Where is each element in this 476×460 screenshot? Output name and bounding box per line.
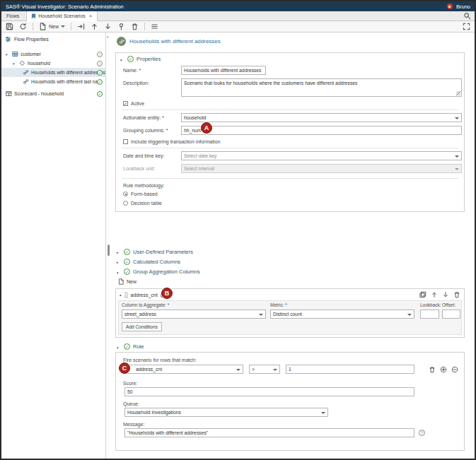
expand-arrow-icon[interactable]: ▾ — [13, 61, 17, 66]
collapse-arrow-icon[interactable]: ▴ — [117, 270, 121, 274]
condition-value-input[interactable]: 1 — [286, 365, 414, 374]
delete-icon[interactable] — [429, 366, 436, 373]
lookback-input[interactable] — [420, 309, 439, 319]
user-name[interactable]: Bruno — [456, 4, 470, 10]
scrollbar-thumb[interactable] — [108, 244, 110, 256]
collapse-arrow-icon[interactable]: ▴ — [120, 293, 122, 297]
section-rule[interactable]: ▴ ✓ Rule — [117, 343, 144, 350]
info-icon[interactable]: i — [97, 61, 103, 66]
indent-icon[interactable] — [77, 23, 85, 30]
queue-select[interactable]: Household Investigations — [124, 408, 328, 417]
check-circle-icon: ✓ — [124, 259, 130, 265]
expand-arrow-icon[interactable]: ▸ — [117, 250, 121, 254]
metric-select[interactable]: Distinct count — [270, 309, 414, 319]
tree-item-customer[interactable]: ▾ customer i — [1, 49, 105, 59]
scenario-editor: Households with different addresses ▴ ✓ … — [111, 33, 475, 459]
add-conditions-button[interactable]: Add Conditions — [122, 322, 162, 331]
table-icon — [12, 51, 18, 57]
comment-icon[interactable] — [451, 366, 458, 373]
bookmark-icon — [31, 13, 36, 19]
selected-value: Household Investigations — [127, 410, 181, 415]
rule-panel: Fire scenario for rows that match: addre… — [115, 352, 465, 451]
section-user-defined-parameters[interactable]: ▸ ✓ User-Defined Parameters — [117, 249, 193, 255]
column-to-aggregate-select[interactable]: street_address — [122, 309, 266, 319]
document-icon — [118, 278, 124, 285]
move-up-icon[interactable] — [91, 23, 98, 30]
chevron-down-icon — [259, 314, 263, 316]
name-label: Name: * — [123, 68, 141, 73]
drag-handle-icon[interactable] — [124, 292, 128, 298]
menu-icon[interactable] — [151, 23, 158, 30]
new-aggregation-button[interactable]: New — [118, 278, 137, 285]
tab-household-scenarios[interactable]: Household Scenarios × — [26, 11, 97, 21]
score-label: Score: — [123, 381, 137, 386]
collapse-arrow-icon[interactable]: ▴ — [117, 345, 121, 349]
workspace: Flow Properties ▾ customer i ▾ household… — [1, 33, 475, 459]
toolbar-separator — [71, 23, 71, 30]
flow-properties-header[interactable]: Flow Properties — [5, 36, 49, 42]
maximize-icon[interactable] — [463, 23, 470, 30]
save-icon[interactable] — [6, 23, 13, 30]
delete-icon[interactable] — [131, 23, 139, 30]
actionable-entity-select[interactable]: household — [181, 113, 462, 122]
aggregation-item-name: address_cnt — [131, 293, 158, 297]
collapse-arrow-icon[interactable]: ▴ — [120, 57, 124, 61]
description-label: Description: — [123, 81, 149, 85]
section-label: Calculated Columns — [133, 259, 180, 265]
page-title: Households with different addresses — [129, 38, 221, 45]
form-based-radio[interactable]: Form-based — [123, 191, 158, 196]
notification-icon[interactable] — [447, 4, 453, 9]
pin-icon[interactable] — [117, 23, 125, 30]
delete-icon[interactable] — [453, 291, 460, 298]
expand-arrow-icon[interactable]: ▸ — [117, 260, 121, 264]
app-window: SAS® Visual Investigator: Scenario Admin… — [0, 0, 476, 460]
tree-item-households-different-last-names[interactable]: Households with different last names ✓ — [1, 77, 105, 86]
section-label: Group Aggregation Columns — [133, 269, 200, 275]
include-transaction-checkbox[interactable]: Include triggering transaction informati… — [123, 139, 220, 144]
section-calculated-columns[interactable]: ▸ ✓ Calculated Columns — [117, 259, 180, 265]
duplicate-icon[interactable] — [419, 291, 426, 298]
collapse-panel-icon[interactable]: ‹ — [107, 35, 109, 40]
condition-actions — [429, 366, 458, 373]
active-checkbox[interactable]: ✓ Active — [123, 101, 144, 106]
new-button-label: New — [127, 279, 137, 284]
preview-icon[interactable] — [440, 366, 447, 373]
offset-input[interactable] — [442, 309, 460, 319]
condition-operator-select[interactable]: > — [249, 365, 280, 374]
panel-splitter[interactable]: ‹ — [106, 33, 111, 459]
section-properties[interactable]: ▴ ✓ Properties — [120, 56, 161, 62]
new-button[interactable]: New — [39, 23, 65, 30]
expand-arrow-icon[interactable]: ▾ — [6, 52, 10, 57]
refresh-icon[interactable] — [19, 23, 27, 30]
name-input[interactable]: Households with different addresses — [181, 66, 266, 75]
message-input[interactable]: "Households with different addresses" — [124, 428, 414, 437]
check-circle-icon: ✓ — [124, 249, 130, 255]
tree-item-household[interactable]: ▾ household i — [1, 59, 105, 68]
scenario-header: Households with different addresses — [117, 37, 221, 46]
tree-item-label: customer — [21, 52, 41, 57]
description-textarea[interactable]: Scenario that looks for households where… — [181, 78, 462, 97]
move-down-icon[interactable] — [104, 23, 112, 30]
flows-menu[interactable]: Flows — [1, 13, 26, 18]
condition-column-select[interactable]: address_cnt — [124, 365, 243, 374]
search-button[interactable] — [463, 12, 471, 20]
annotation-c: C — [119, 362, 130, 374]
chevron-down-icon — [455, 155, 459, 158]
decision-table-radio[interactable]: Decision table — [123, 201, 162, 206]
column-to-aggregate-header: Column to Aggregate: * — [122, 302, 169, 307]
tree-item-households-different-addresses[interactable]: Households with different addresses ✓ — [1, 68, 105, 77]
search-icon — [463, 12, 471, 20]
radio-unselected-icon — [123, 201, 128, 206]
tree-item-scorecard-household[interactable]: Scorecard - household ✓ — [1, 89, 105, 98]
help-icon[interactable]: ? — [419, 430, 425, 436]
close-icon[interactable]: × — [89, 13, 93, 19]
grouping-columns-input[interactable]: hh_num — [181, 126, 462, 135]
info-icon[interactable]: i — [97, 52, 103, 57]
divider — [122, 178, 458, 179]
score-input[interactable]: 50 — [124, 387, 414, 396]
move-down-icon[interactable] — [442, 291, 449, 298]
move-up-icon[interactable] — [431, 291, 438, 298]
score-value: 50 — [127, 389, 133, 394]
section-group-aggregation-columns[interactable]: ▴ ✓ Group Aggregation Columns — [117, 269, 200, 275]
date-key-select[interactable]: Select date key — [181, 151, 462, 160]
